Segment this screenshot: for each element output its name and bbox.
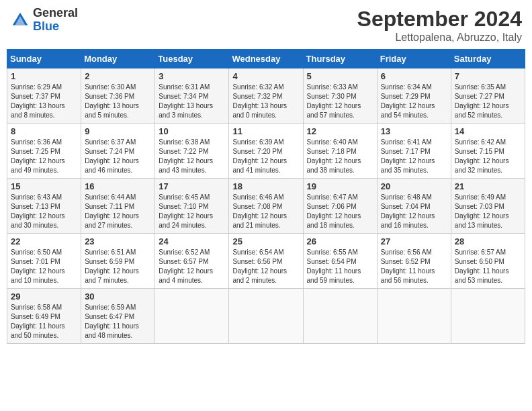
day-number: 21	[455, 181, 521, 191]
day-number: 7	[455, 71, 521, 81]
calendar-cell: 11Sunrise: 6:39 AMSunset: 7:20 PMDayligh…	[229, 124, 303, 179]
day-number: 14	[455, 126, 521, 136]
day-number: 5	[307, 71, 373, 81]
day-number: 8	[11, 126, 77, 136]
day-number: 11	[232, 126, 299, 136]
day-number: 20	[381, 181, 447, 191]
day-number: 9	[85, 126, 151, 136]
calendar-cell	[303, 289, 377, 344]
day-number: 16	[85, 181, 151, 191]
calendar-cell: 27Sunrise: 6:56 AMSunset: 6:52 PMDayligh…	[377, 234, 451, 289]
day-info: Sunrise: 6:56 AMSunset: 6:52 PMDaylight:…	[381, 248, 447, 285]
header-wednesday: Wednesday	[229, 50, 303, 68]
calendar-cell: 14Sunrise: 6:42 AMSunset: 7:15 PMDayligh…	[451, 124, 525, 179]
day-info: Sunrise: 6:41 AMSunset: 7:17 PMDaylight:…	[381, 138, 447, 175]
calendar-cell: 15Sunrise: 6:43 AMSunset: 7:13 PMDayligh…	[7, 179, 81, 234]
day-number: 4	[232, 71, 299, 81]
calendar-cell: 1Sunrise: 6:29 AMSunset: 7:37 PMDaylight…	[7, 68, 81, 124]
day-number: 1	[11, 71, 77, 81]
day-number: 27	[381, 236, 447, 246]
calendar-cell: 8Sunrise: 6:36 AMSunset: 7:25 PMDaylight…	[7, 124, 81, 179]
day-info: Sunrise: 6:33 AMSunset: 7:30 PMDaylight:…	[307, 83, 373, 120]
header-saturday: Saturday	[451, 50, 525, 68]
day-info: Sunrise: 6:34 AMSunset: 7:29 PMDaylight:…	[381, 83, 447, 120]
calendar-cell	[155, 289, 229, 344]
calendar-cell: 28Sunrise: 6:57 AMSunset: 6:50 PMDayligh…	[451, 234, 525, 289]
calendar-cell	[451, 289, 525, 344]
day-info: Sunrise: 6:45 AMSunset: 7:10 PMDaylight:…	[159, 193, 225, 230]
day-info: Sunrise: 6:51 AMSunset: 6:59 PMDaylight:…	[85, 248, 151, 285]
calendar-cell: 4Sunrise: 6:32 AMSunset: 7:32 PMDaylight…	[229, 68, 303, 124]
calendar-cell: 18Sunrise: 6:46 AMSunset: 7:08 PMDayligh…	[229, 179, 303, 234]
logo-general: General	[33, 7, 78, 20]
calendar-cell: 29Sunrise: 6:58 AMSunset: 6:49 PMDayligh…	[7, 289, 81, 344]
day-info: Sunrise: 6:37 AMSunset: 7:24 PMDaylight:…	[85, 138, 151, 175]
day-info: Sunrise: 6:35 AMSunset: 7:27 PMDaylight:…	[455, 83, 521, 120]
calendar-cell: 23Sunrise: 6:51 AMSunset: 6:59 PMDayligh…	[81, 234, 155, 289]
day-info: Sunrise: 6:38 AMSunset: 7:22 PMDaylight:…	[159, 138, 225, 175]
logo: General Blue	[10, 7, 78, 34]
day-number: 15	[11, 181, 77, 191]
day-number: 23	[85, 236, 151, 246]
calendar-cell: 20Sunrise: 6:48 AMSunset: 7:04 PMDayligh…	[377, 179, 451, 234]
calendar-cell: 13Sunrise: 6:41 AMSunset: 7:17 PMDayligh…	[377, 124, 451, 179]
day-info: Sunrise: 6:30 AMSunset: 7:36 PMDaylight:…	[85, 83, 151, 120]
day-number: 2	[85, 71, 151, 81]
day-info: Sunrise: 6:58 AMSunset: 6:49 PMDaylight:…	[11, 303, 77, 340]
calendar-cell: 16Sunrise: 6:44 AMSunset: 7:11 PMDayligh…	[81, 179, 155, 234]
title-block: September 2024 Lettopalena, Abruzzo, Ita…	[357, 7, 522, 44]
day-info: Sunrise: 6:43 AMSunset: 7:13 PMDaylight:…	[11, 193, 77, 230]
header-thursday: Thursday	[303, 50, 377, 68]
day-info: Sunrise: 6:48 AMSunset: 7:04 PMDaylight:…	[381, 193, 447, 230]
day-number: 17	[159, 181, 225, 191]
header-monday: Monday	[81, 50, 155, 68]
header-sunday: Sunday	[7, 50, 81, 68]
day-number: 24	[159, 236, 225, 246]
calendar-cell	[377, 289, 451, 344]
location: Lettopalena, Abruzzo, Italy	[357, 32, 522, 44]
day-info: Sunrise: 6:46 AMSunset: 7:08 PMDaylight:…	[232, 193, 299, 230]
logo-blue: Blue	[33, 20, 78, 34]
day-info: Sunrise: 6:44 AMSunset: 7:11 PMDaylight:…	[85, 193, 151, 230]
logo-text: General Blue	[33, 7, 78, 34]
day-info: Sunrise: 6:36 AMSunset: 7:25 PMDaylight:…	[11, 138, 77, 175]
day-number: 13	[381, 126, 447, 136]
calendar-cell: 22Sunrise: 6:50 AMSunset: 7:01 PMDayligh…	[7, 234, 81, 289]
day-number: 25	[232, 236, 299, 246]
calendar-body: 1Sunrise: 6:29 AMSunset: 7:37 PMDaylight…	[7, 68, 525, 344]
calendar-cell: 21Sunrise: 6:49 AMSunset: 7:03 PMDayligh…	[451, 179, 525, 234]
calendar-cell: 30Sunrise: 6:59 AMSunset: 6:47 PMDayligh…	[81, 289, 155, 344]
calendar-header: Sunday Monday Tuesday Wednesday Thursday…	[7, 50, 525, 68]
calendar-cell: 12Sunrise: 6:40 AMSunset: 7:18 PMDayligh…	[303, 124, 377, 179]
day-info: Sunrise: 6:32 AMSunset: 7:32 PMDaylight:…	[232, 83, 299, 120]
day-info: Sunrise: 6:59 AMSunset: 6:47 PMDaylight:…	[85, 303, 151, 340]
day-info: Sunrise: 6:57 AMSunset: 6:50 PMDaylight:…	[455, 248, 521, 285]
day-number: 30	[85, 291, 151, 302]
page-header: General Blue September 2024 Lettopalena,…	[7, 7, 525, 44]
day-number: 6	[381, 71, 447, 81]
day-number: 10	[159, 126, 225, 136]
calendar-cell: 2Sunrise: 6:30 AMSunset: 7:36 PMDaylight…	[81, 68, 155, 124]
calendar-cell: 25Sunrise: 6:54 AMSunset: 6:56 PMDayligh…	[229, 234, 303, 289]
day-info: Sunrise: 6:49 AMSunset: 7:03 PMDaylight:…	[455, 193, 521, 230]
day-number: 28	[455, 236, 521, 246]
day-info: Sunrise: 6:42 AMSunset: 7:15 PMDaylight:…	[455, 138, 521, 175]
day-number: 29	[11, 291, 77, 302]
calendar-cell: 3Sunrise: 6:31 AMSunset: 7:34 PMDaylight…	[155, 68, 229, 124]
day-info: Sunrise: 6:29 AMSunset: 7:37 PMDaylight:…	[11, 83, 77, 120]
day-info: Sunrise: 6:54 AMSunset: 6:56 PMDaylight:…	[232, 248, 299, 285]
calendar-cell: 19Sunrise: 6:47 AMSunset: 7:06 PMDayligh…	[303, 179, 377, 234]
calendar-cell: 24Sunrise: 6:52 AMSunset: 6:57 PMDayligh…	[155, 234, 229, 289]
day-info: Sunrise: 6:52 AMSunset: 6:57 PMDaylight:…	[159, 248, 225, 285]
day-number: 19	[307, 181, 373, 191]
day-info: Sunrise: 6:39 AMSunset: 7:20 PMDaylight:…	[232, 138, 299, 175]
day-number: 12	[307, 126, 373, 136]
day-info: Sunrise: 6:47 AMSunset: 7:06 PMDaylight:…	[307, 193, 373, 230]
day-info: Sunrise: 6:50 AMSunset: 7:01 PMDaylight:…	[11, 248, 77, 285]
calendar-cell: 9Sunrise: 6:37 AMSunset: 7:24 PMDaylight…	[81, 124, 155, 179]
calendar-cell: 10Sunrise: 6:38 AMSunset: 7:22 PMDayligh…	[155, 124, 229, 179]
day-number: 18	[232, 181, 299, 191]
calendar-cell: 26Sunrise: 6:55 AMSunset: 6:54 PMDayligh…	[303, 234, 377, 289]
logo-icon	[10, 10, 30, 30]
day-info: Sunrise: 6:40 AMSunset: 7:18 PMDaylight:…	[307, 138, 373, 175]
